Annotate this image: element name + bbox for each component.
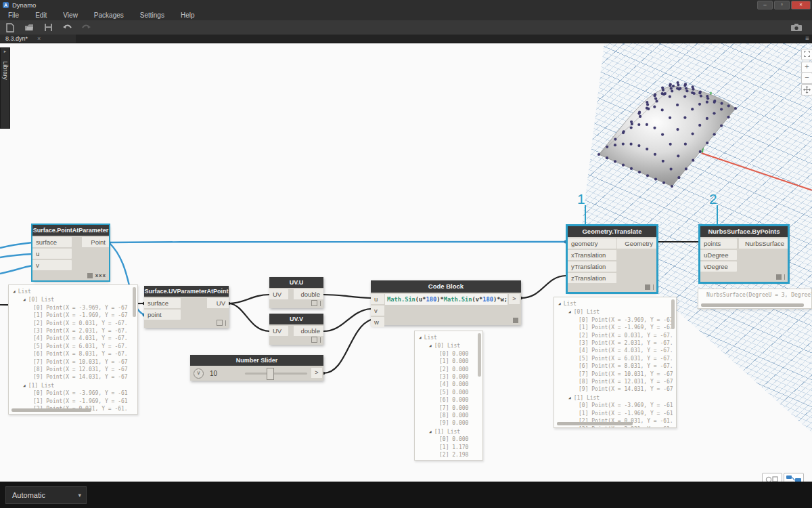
minimize-button[interactable]: – xyxy=(757,1,773,9)
expander-icon[interactable]: ◢ xyxy=(23,383,26,387)
preview-toggle-icon[interactable] xyxy=(87,273,93,278)
vertical-scrollbar[interactable] xyxy=(671,299,675,329)
undo-icon[interactable] xyxy=(61,22,73,33)
expander-icon[interactable]: ◢ xyxy=(429,343,432,347)
port-uv[interactable]: UV xyxy=(269,326,288,336)
new-file-icon[interactable] xyxy=(4,22,16,33)
slider-track[interactable] xyxy=(245,373,307,375)
wire-code-to-ztranslation[interactable] xyxy=(521,276,566,298)
geometry-view-button[interactable] xyxy=(762,473,782,482)
node-header[interactable]: Number Slider xyxy=(190,355,323,366)
port-double-out[interactable]: double xyxy=(294,289,323,299)
node-header[interactable]: Code Block xyxy=(371,280,521,293)
node-uv-v[interactable]: UV.V UV double xyxy=(269,314,323,345)
lacing-indicator[interactable] xyxy=(645,284,654,290)
port-uv-out[interactable]: UV xyxy=(207,298,229,308)
close-button[interactable]: × xyxy=(791,1,811,9)
maximize-button[interactable]: ▫ xyxy=(774,1,790,9)
port-v[interactable]: v xyxy=(32,260,72,270)
node-header[interactable]: Geometry.Translate xyxy=(568,226,656,237)
workspace-menu-icon[interactable]: ≡ xyxy=(805,35,809,42)
preview-bubble-points-1[interactable]: ◢List◢[0] List[0] Point(X = -3.969, Y = … xyxy=(8,284,138,415)
wire-to-u-input[interactable] xyxy=(0,254,32,257)
vertical-scrollbar[interactable] xyxy=(133,287,136,317)
port-surface[interactable]: surface xyxy=(32,237,72,247)
wire-uv-to-uvu[interactable] xyxy=(229,295,269,303)
port-geometry-out[interactable]: Geometry xyxy=(617,238,656,249)
node-header[interactable]: NurbsSurface.ByPoints xyxy=(700,226,788,237)
port-geometry[interactable]: geometry xyxy=(568,238,616,249)
port-xtranslation[interactable]: xTranslation xyxy=(568,250,616,260)
port-ytranslation[interactable]: yTranslation xyxy=(568,261,616,272)
port-ztranslation[interactable]: zTranslation xyxy=(568,273,616,283)
export-image-camera-icon[interactable] xyxy=(790,22,803,33)
slider-thumb[interactable] xyxy=(267,368,274,380)
slider-value[interactable]: 10 xyxy=(210,370,242,377)
wire-to-v-input[interactable] xyxy=(0,266,32,274)
expander-icon[interactable]: ◢ xyxy=(23,297,26,301)
node-header[interactable]: Surface.UVParameterAtPoint xyxy=(144,286,229,297)
port-vdegree[interactable]: vDegree xyxy=(700,261,737,272)
wire-uvv-to-v[interactable] xyxy=(323,309,371,331)
node-number-slider[interactable]: Number Slider ∨ 10 > xyxy=(190,355,323,381)
port-udegree[interactable]: uDegree xyxy=(700,250,737,260)
node-geometry-translate[interactable]: Geometry.Translate geometry xTranslation… xyxy=(568,226,656,292)
port-points[interactable]: points xyxy=(700,238,737,249)
zoom-fit-button[interactable] xyxy=(801,49,812,60)
menu-packages[interactable]: Packages xyxy=(86,10,132,20)
preview-bubble-code[interactable]: ◢List◢[0] List[0] 0.000[1] 0.000[2] 0.00… xyxy=(414,331,483,461)
wire-to-surface-input[interactable] xyxy=(0,242,32,248)
port-u[interactable]: u xyxy=(32,249,72,259)
wire-slider-to-w[interactable] xyxy=(323,320,371,373)
node-surface-uvparameteratpoint[interactable]: Surface.UVParameterAtPoint surface point… xyxy=(144,286,229,328)
wire-uvu-to-u[interactable] xyxy=(323,295,371,298)
expander-icon[interactable]: ◢ xyxy=(558,301,561,305)
port-point[interactable]: point xyxy=(144,310,181,320)
tab-close-icon[interactable]: × xyxy=(37,35,41,42)
expander-icon[interactable]: ◢ xyxy=(568,309,571,314)
save-icon[interactable] xyxy=(42,22,54,33)
preview-toggle-icon[interactable] xyxy=(217,320,223,326)
port-slider-out[interactable]: > xyxy=(311,368,322,378)
port-nurbssurface-out[interactable]: NurbsSurface xyxy=(739,238,788,249)
vertical-scrollbar[interactable] xyxy=(478,333,481,377)
node-surface-pointatparameter[interactable]: Surface.PointAtParameter surface u v Poi… xyxy=(32,225,109,280)
lacing-indicator[interactable] xyxy=(776,274,786,280)
menu-file[interactable]: File xyxy=(0,10,27,20)
node-uv-u[interactable]: UV.U UV double xyxy=(269,277,323,308)
expander-icon[interactable]: ◢ xyxy=(13,289,16,293)
preview-bubble-points-2[interactable]: ◢List◢[0] List[0] Point(X = -3.969, Y = … xyxy=(554,297,677,428)
annotation-1[interactable]: 1 xyxy=(577,191,585,207)
zoom-in-button[interactable]: + xyxy=(801,62,812,73)
tab-8-3-dyn[interactable]: 8.3.dyn* × xyxy=(0,35,76,43)
node-canvas[interactable]: 1 2 Surface.PointAtParameter surface u v… xyxy=(0,43,812,482)
lacing-indicator[interactable] xyxy=(217,320,227,326)
expander-icon[interactable]: ◢ xyxy=(419,335,422,339)
port-w[interactable]: w xyxy=(371,317,384,327)
zoom-out-button[interactable]: − xyxy=(801,72,812,84)
code-editor[interactable]: Math.Sin(u*180)*Math.Sin(v*180)*w; xyxy=(385,294,508,305)
port-u[interactable]: u xyxy=(371,294,384,304)
redo-icon[interactable] xyxy=(80,22,92,33)
node-header[interactable]: Surface.PointAtParameter xyxy=(32,225,109,236)
open-file-icon[interactable] xyxy=(23,22,35,33)
port-v[interactable]: v xyxy=(371,305,384,316)
horizontal-scrollbar[interactable] xyxy=(557,422,633,425)
menu-edit[interactable]: Edit xyxy=(27,10,55,20)
node-header[interactable]: UV.U xyxy=(269,277,323,288)
expander-icon[interactable]: ◢ xyxy=(429,429,432,433)
pan-button[interactable] xyxy=(801,84,812,96)
port-uv[interactable]: UV xyxy=(269,289,288,299)
port-code-out[interactable]: > xyxy=(509,294,520,304)
horizontal-scrollbar[interactable] xyxy=(701,303,804,307)
menu-view[interactable]: View xyxy=(55,10,86,20)
horizontal-scrollbar[interactable] xyxy=(12,408,91,412)
run-mode-dropdown[interactable]: Automatic ▾ xyxy=(5,486,87,504)
expander-icon[interactable]: ◢ xyxy=(568,395,571,400)
node-header[interactable]: UV.V xyxy=(269,314,323,324)
graph-view-button[interactable] xyxy=(784,473,804,482)
lacing-indicator[interactable]: xxx xyxy=(87,272,106,278)
node-nurbssurface-bypoints[interactable]: NurbsSurface.ByPoints points uDegree vDe… xyxy=(700,226,788,282)
preview-bubble-nurbs[interactable]: NurbsSurface(DegreeU = 3, DegreeV = xyxy=(698,289,812,309)
port-point-out[interactable]: Point xyxy=(82,237,109,247)
